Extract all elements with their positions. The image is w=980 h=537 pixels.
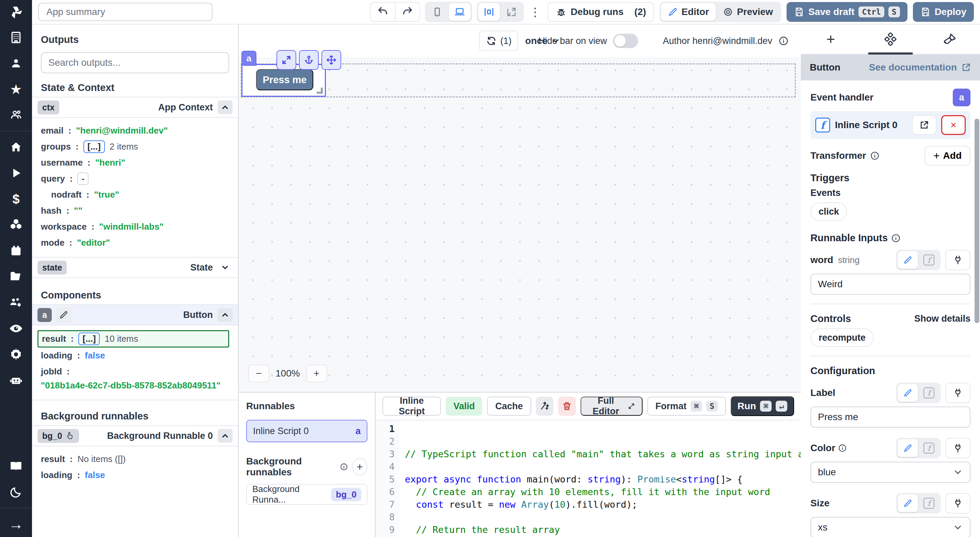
word-value-input[interactable] <box>810 274 970 295</box>
info-icon[interactable] <box>891 233 900 243</box>
ctx-row-groups[interactable]: groups:[...]2 items <box>41 139 229 155</box>
resources-cubes-icon[interactable] <box>0 212 32 238</box>
bg0-loading-row[interactable]: loading:false <box>41 467 229 483</box>
anchor-handle[interactable] <box>299 50 319 70</box>
label-value-input[interactable] <box>810 406 970 428</box>
add-transformer-button[interactable]: +Add <box>924 146 970 166</box>
expand-array-token[interactable]: [...] <box>78 333 100 345</box>
workers-icon[interactable] <box>0 290 32 316</box>
bg0-section-header[interactable]: bg_0 Background Runnable 0 <box>32 425 238 446</box>
show-details-link[interactable]: Show details <box>914 314 970 324</box>
undo-button[interactable] <box>371 3 395 21</box>
redo-button[interactable] <box>395 3 420 21</box>
inline-script-tab[interactable]: Inline Script <box>382 397 441 416</box>
inline-script-row[interactable]: f Inline Script 0 × <box>810 111 970 139</box>
expand-array-token[interactable]: [...] <box>83 140 105 153</box>
static-pencil-icon[interactable] <box>897 494 918 512</box>
workspace-icon[interactable] <box>0 24 32 51</box>
ctx-collapse-chevron-icon[interactable] <box>218 100 232 114</box>
zoom-out-button[interactable]: − <box>248 365 269 382</box>
user-icon[interactable] <box>0 51 32 76</box>
size-select[interactable]: xs <box>810 517 970 537</box>
press-me-button[interactable]: Press me <box>256 69 313 90</box>
bg0-result-row[interactable]: result:No items ([]) <box>41 451 229 467</box>
more-options-kebab[interactable]: ⋮ <box>528 5 542 19</box>
result-row-highlighted[interactable]: result:[...]10 items <box>37 330 229 347</box>
mobile-view-button[interactable] <box>426 3 448 21</box>
expression-f-icon[interactable]: f <box>919 439 939 457</box>
bg-runnable-item[interactable]: Background Runna... bg_0 <box>246 484 368 505</box>
jobid-row[interactable]: jobId: <box>41 363 229 379</box>
ctx-row-email[interactable]: email:"henri@windmill.dev" <box>41 123 229 139</box>
insert-component-tab[interactable]: + <box>801 24 861 54</box>
favorites-star-icon[interactable]: ★ <box>0 76 32 102</box>
ctx-row-username[interactable]: username:"henri" <box>41 155 229 171</box>
groups-icon[interactable] <box>0 102 32 128</box>
see-documentation-link[interactable]: See documentation <box>869 62 971 73</box>
info-icon[interactable] <box>778 36 789 46</box>
connect-plug-icon[interactable] <box>945 382 970 403</box>
dark-mode-moon-icon[interactable] <box>0 479 32 505</box>
cache-button[interactable]: Cache <box>487 397 531 416</box>
expand-handle[interactable] <box>277 50 296 70</box>
static-pencil-icon[interactable] <box>897 384 918 402</box>
click-event-pill[interactable]: click <box>810 202 847 221</box>
ctx-section-header[interactable]: ctx App Context <box>32 97 238 118</box>
folders-icon[interactable] <box>0 264 32 290</box>
settings-gear-icon[interactable] <box>0 341 32 367</box>
component-a-header[interactable]: a Button <box>32 304 238 325</box>
connect-plug-icon[interactable] <box>945 250 970 270</box>
runs-play-icon[interactable] <box>0 160 32 186</box>
ctx-row-mode[interactable]: mode:"editor" <box>41 235 229 251</box>
docs-book-icon[interactable] <box>0 453 32 479</box>
app-summary-input[interactable] <box>38 3 213 21</box>
preview-tab[interactable]: Preview <box>716 3 780 21</box>
home-icon[interactable] <box>0 134 32 160</box>
connect-plug-icon[interactable] <box>945 493 970 513</box>
expression-f-icon[interactable]: f <box>919 384 939 402</box>
component-a-collapse-chevron-icon[interactable] <box>218 308 232 322</box>
code-editor[interactable]: 12345678910 // TypeScript function calle… <box>375 420 801 537</box>
ctx-row-workspace[interactable]: workspace:"windmill-labs" <box>41 219 229 235</box>
debug-runs-button[interactable]: Debug runs (2) <box>547 2 654 22</box>
ctx-row-query[interactable]: query:- <box>41 171 229 187</box>
state-expand-chevron-icon[interactable] <box>218 261 232 274</box>
expression-f-icon[interactable]: f <box>919 251 939 269</box>
static-pencil-icon[interactable] <box>897 439 918 457</box>
empty-object-token[interactable]: - <box>77 172 89 185</box>
full-editor-button[interactable]: Full Editor <box>581 397 643 416</box>
info-icon[interactable] <box>838 444 847 453</box>
bg0-collapse-chevron-icon[interactable] <box>218 429 232 443</box>
move-handle[interactable] <box>321 50 341 70</box>
panel-scrollbar[interactable] <box>975 119 979 323</box>
schedules-calendar-icon[interactable] <box>0 238 32 264</box>
center-align-button[interactable] <box>478 3 500 21</box>
selected-component-container[interactable]: a Press me <box>242 64 326 97</box>
ctx-row-nodraft[interactable]: nodraft:"true" <box>41 187 229 203</box>
recompute-pill[interactable]: recompute <box>810 328 874 347</box>
ai-assist-wand-icon[interactable] <box>536 397 554 416</box>
ai-robot-icon[interactable] <box>0 367 32 393</box>
remove-script-button[interactable]: × <box>941 115 966 135</box>
desktop-view-button[interactable] <box>449 3 471 21</box>
expression-f-icon[interactable]: f <box>919 494 939 512</box>
open-script-external-icon[interactable] <box>912 115 936 135</box>
search-outputs-input[interactable] <box>41 52 229 73</box>
color-select[interactable]: blue <box>810 462 970 483</box>
component-settings-tab[interactable] <box>861 24 920 54</box>
fullscreen-button[interactable] <box>501 3 522 21</box>
connect-plug-icon[interactable] <box>945 438 970 458</box>
windmill-logo[interactable] <box>0 0 32 24</box>
zoom-in-button[interactable]: + <box>306 365 327 382</box>
audit-eye-icon[interactable] <box>0 316 32 341</box>
save-draft-button[interactable]: Save draft Ctrl S <box>787 2 907 22</box>
inline-script-item[interactable]: Inline Script 0 a <box>246 420 368 442</box>
format-button[interactable]: Format ⌘ S <box>648 397 726 416</box>
edit-id-pencil-icon[interactable] <box>56 307 72 323</box>
code-content[interactable]: // TypeScript function called "main" tha… <box>399 421 801 537</box>
editor-tab[interactable]: Editor <box>661 3 716 21</box>
collapse-arrow-icon[interactable]: → <box>0 511 32 537</box>
resize-handle[interactable] <box>317 88 323 94</box>
add-bg-runnable-button[interactable]: + <box>352 458 368 476</box>
run-button[interactable]: Run ⌘ ↵ <box>731 396 794 416</box>
